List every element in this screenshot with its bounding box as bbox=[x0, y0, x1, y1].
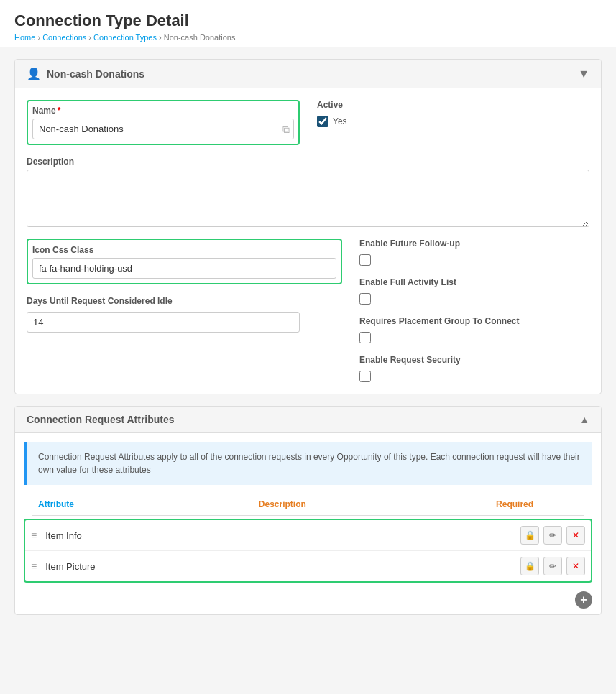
requires-placement-checkbox[interactable] bbox=[359, 332, 371, 343]
attributes-header: Connection Request Attributes ▲ bbox=[15, 407, 601, 433]
enable-full-group: Enable Full Activity List bbox=[359, 277, 589, 305]
description-group: Description bbox=[27, 157, 589, 227]
card-title: Non-cash Donations bbox=[47, 68, 144, 80]
description-input[interactable] bbox=[27, 170, 589, 227]
requires-placement-label: Requires Placement Group To Connect bbox=[359, 316, 589, 326]
enable-full-label: Enable Full Activity List bbox=[359, 277, 589, 287]
breadcrumb: Home › Connections › Connection Types › … bbox=[14, 33, 602, 42]
active-group: Active Yes bbox=[317, 100, 347, 145]
name-group: Name* ⧉ bbox=[27, 100, 300, 145]
attributes-info-box: Connection Request Attributes apply to a… bbox=[24, 442, 592, 485]
enable-request-security-label: Enable Request Security bbox=[359, 355, 589, 365]
attributes-rows-highlighted: ≡ Item Info 🔒 ✏ ✕ ≡ Item Picture bbox=[24, 519, 592, 583]
name-label: Name* bbox=[32, 106, 294, 116]
attr-name-item-info: Item Info bbox=[45, 530, 520, 541]
page-header: Connection Type Detail Home › Connection… bbox=[0, 0, 616, 47]
person-icon: 👤 bbox=[27, 67, 41, 80]
breadcrumb-connection-types[interactable]: Connection Types bbox=[93, 33, 157, 42]
lock-button-item-info[interactable]: 🔒 bbox=[520, 526, 539, 545]
col-required: Required bbox=[446, 494, 584, 516]
days-group: Days Until Request Considered Idle bbox=[27, 296, 342, 333]
delete-button-item-picture[interactable]: ✕ bbox=[566, 557, 585, 575]
col-description: Description bbox=[253, 494, 446, 516]
lock-icon-item-picture: 🔒 bbox=[525, 561, 535, 571]
collapse-button[interactable]: ▼ bbox=[578, 68, 589, 80]
days-input[interactable] bbox=[27, 312, 300, 333]
active-yes-label[interactable]: Yes bbox=[333, 116, 347, 126]
lock-button-item-picture[interactable]: 🔒 bbox=[520, 557, 539, 575]
attr-name-item-picture: Item Picture bbox=[45, 561, 520, 572]
drag-handle-item-info[interactable]: ≡ bbox=[31, 529, 37, 541]
days-label: Days Until Request Considered Idle bbox=[27, 296, 342, 306]
enable-request-security-group: Enable Request Security bbox=[359, 355, 589, 382]
breadcrumb-current: Non-cash Donations bbox=[164, 33, 236, 42]
col-attribute: Attribute bbox=[32, 494, 253, 516]
copy-icon[interactable]: ⧉ bbox=[282, 123, 290, 135]
delete-button-item-info[interactable]: ✕ bbox=[566, 526, 585, 545]
drag-handle-item-picture[interactable]: ≡ bbox=[31, 560, 37, 572]
enable-request-security-checkbox[interactable] bbox=[359, 371, 371, 382]
icon-css-label: Icon Css Class bbox=[32, 245, 93, 255]
attributes-info-text: Connection Request Attributes apply to a… bbox=[38, 452, 580, 475]
description-label: Description bbox=[27, 157, 589, 167]
main-card: 👤 Non-cash Donations ▼ Name* ⧉ Activ bbox=[14, 59, 602, 394]
enable-future-group: Enable Future Follow-up bbox=[359, 239, 589, 266]
edit-icon-item-info: ✏ bbox=[549, 530, 556, 540]
lock-icon-item-info: 🔒 bbox=[525, 530, 535, 540]
card-body: Name* ⧉ Active Yes Descripti bbox=[15, 88, 601, 394]
attributes-table: Attribute Description Required bbox=[32, 494, 584, 516]
attributes-collapse-button[interactable]: ▲ bbox=[579, 414, 589, 425]
add-attribute-button[interactable]: + bbox=[575, 591, 592, 609]
enable-full-checkbox[interactable] bbox=[359, 293, 371, 305]
icon-css-group: Icon Css Class bbox=[27, 239, 342, 284]
name-input[interactable] bbox=[32, 119, 294, 139]
attributes-title: Connection Request Attributes bbox=[27, 414, 175, 425]
page-title: Connection Type Detail bbox=[14, 11, 602, 30]
edit-icon-item-picture: ✏ bbox=[549, 561, 556, 571]
delete-icon-item-picture: ✕ bbox=[572, 561, 579, 571]
icon-css-input[interactable] bbox=[32, 258, 336, 279]
name-active-row: Name* ⧉ Active Yes bbox=[27, 100, 589, 145]
breadcrumb-home[interactable]: Home bbox=[14, 33, 35, 42]
table-row: ≡ Item Picture 🔒 ✏ ✕ bbox=[25, 551, 591, 581]
attributes-card: Connection Request Attributes ▲ Connecti… bbox=[14, 406, 602, 615]
active-checkbox-group: Yes bbox=[317, 116, 347, 127]
requires-placement-group: Requires Placement Group To Connect bbox=[359, 316, 589, 343]
breadcrumb-connections[interactable]: Connections bbox=[42, 33, 86, 42]
edit-button-item-picture[interactable]: ✏ bbox=[543, 557, 562, 575]
active-label: Active bbox=[317, 100, 347, 110]
add-icon: + bbox=[580, 593, 587, 606]
enable-future-checkbox[interactable] bbox=[359, 254, 371, 266]
edit-button-item-info[interactable]: ✏ bbox=[543, 526, 562, 545]
table-row: ≡ Item Info 🔒 ✏ ✕ bbox=[25, 520, 591, 551]
enable-future-label: Enable Future Follow-up bbox=[359, 239, 589, 249]
lower-form-row: Icon Css Class Days Until Request Consid… bbox=[27, 239, 589, 382]
card-header: 👤 Non-cash Donations ▼ bbox=[15, 60, 601, 88]
active-checkbox[interactable] bbox=[317, 116, 328, 127]
delete-icon-item-info: ✕ bbox=[572, 530, 579, 540]
